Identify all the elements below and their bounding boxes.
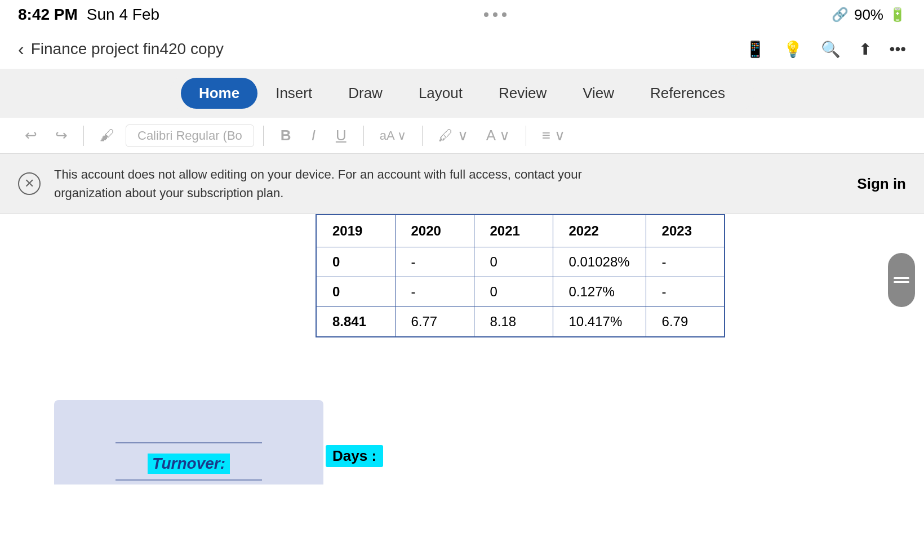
toolbar-separator-1 [83, 126, 84, 146]
share-icon[interactable]: ⬆ [859, 40, 872, 59]
table-row: 0 - 0 0.01028% - [316, 247, 725, 277]
back-button[interactable]: ‹ [18, 39, 24, 60]
tab-bar-wrapper: Home Insert Draw Layout Review View Refe… [0, 69, 924, 118]
search-icon[interactable]: 🔍 [821, 40, 841, 59]
tab-view[interactable]: View [565, 78, 632, 109]
notif-left: ✕ This account does not allow editing on… [18, 165, 582, 202]
highlight-button[interactable]: 🖊 ∨ [432, 122, 474, 149]
cell-r1-c1: 0 [316, 247, 395, 277]
underline-1 [115, 442, 262, 443]
redo-button[interactable]: ↪ [48, 122, 74, 149]
notification-banner: ✕ This account does not allow editing on… [0, 154, 924, 214]
notif-text: This account does not allow editing on y… [54, 165, 582, 202]
underline-2 [115, 479, 262, 481]
turnover-label: Turnover: [148, 454, 230, 474]
cell-r1-c5: - [646, 247, 725, 277]
scrollbar-handle[interactable] [888, 253, 915, 307]
bold-button[interactable]: B [273, 123, 299, 148]
more-icon[interactable]: ••• [890, 40, 906, 58]
cell-r2-c3: 0 [474, 277, 553, 307]
cell-r2-c1: 0 [316, 277, 395, 307]
title-bar: ‹ Finance project fin420 copy 📱 💡 🔍 ⬆ ••… [0, 29, 924, 69]
cell-r1-c3: 0 [474, 247, 553, 277]
notif-close-button[interactable]: ✕ [18, 172, 41, 195]
table-row: 0 - 0 0.127% - [316, 277, 725, 307]
col-header-2020: 2020 [395, 215, 474, 247]
battery-icon: 🔋 [889, 7, 906, 23]
cell-r2-c5: - [646, 277, 725, 307]
tab-review[interactable]: Review [481, 78, 565, 109]
tab-references[interactable]: References [632, 78, 743, 109]
scrollbar-line-2 [894, 281, 909, 283]
tab-layout[interactable]: Layout [401, 78, 481, 109]
status-time: 8:42 PM [18, 6, 78, 24]
col-header-2019: 2019 [316, 215, 395, 247]
cell-r3-c1: 8.841 [316, 307, 395, 337]
status-bar: 8:42 PM Sun 4 Feb 🔗 90% 🔋 [0, 0, 924, 29]
table-row: 8.841 6.77 8.18 10.417% 6.79 [316, 307, 725, 337]
underline-button[interactable]: U [328, 123, 354, 148]
status-date: Sun 4 Feb [87, 6, 159, 24]
format-painter-icon[interactable]: 🖌 [93, 122, 121, 149]
col-header-2021: 2021 [474, 215, 553, 247]
tab-insert[interactable]: Insert [257, 78, 330, 109]
data-table: 2019 2020 2021 2022 2023 0 - 0 0.01028% … [316, 214, 725, 337]
font-name-display[interactable]: Calibri Regular (Bo [126, 125, 254, 147]
col-header-2023: 2023 [646, 215, 725, 247]
cell-r2-c2: - [395, 277, 474, 307]
toolbar-separator-2 [263, 126, 264, 146]
tab-bar: Home Insert Draw Layout Review View Refe… [170, 74, 754, 112]
tab-draw[interactable]: Draw [330, 78, 401, 109]
title-right: 📱 💡 🔍 ⬆ ••• [745, 40, 906, 59]
toolbar: ↩ ↪ 🖌 Calibri Regular (Bo B I U aA ∨ 🖊 ∨… [0, 118, 924, 154]
cell-r1-c2: - [395, 247, 474, 277]
status-center [484, 12, 507, 17]
col-header-2022: 2022 [553, 215, 646, 247]
title-left: ‹ Finance project fin420 copy [18, 39, 224, 60]
device-icon[interactable]: 📱 [745, 40, 765, 59]
list-button[interactable]: ≡ ∨ [535, 122, 572, 149]
cell-r3-c4: 10.417% [553, 307, 646, 337]
status-right: 🔗 90% 🔋 [832, 6, 906, 24]
dot-1 [484, 12, 488, 17]
cell-r1-c4: 0.01028% [553, 247, 646, 277]
cell-r3-c2: 6.77 [395, 307, 474, 337]
undo-button[interactable]: ↩ [18, 122, 44, 149]
days-label: Days : [326, 445, 383, 467]
tab-home[interactable]: Home [181, 78, 257, 109]
toolbar-separator-4 [422, 126, 423, 146]
battery-percent: 90% [854, 6, 883, 24]
link-icon: 🔗 [832, 7, 849, 23]
toolbar-separator-5 [526, 126, 526, 146]
dot-2 [493, 12, 497, 17]
highlighted-box: Turnover: [54, 400, 323, 485]
font-size-button[interactable]: aA ∨ [373, 124, 414, 148]
dot-3 [502, 12, 507, 17]
cell-r3-c3: 8.18 [474, 307, 553, 337]
italic-button[interactable]: I [304, 123, 323, 148]
doc-title: Finance project fin420 copy [31, 40, 224, 58]
cell-r2-c4: 0.127% [553, 277, 646, 307]
doc-content: 2019 2020 2021 2022 2023 0 - 0 0.01028% … [0, 214, 924, 485]
text-color-button[interactable]: A ∨ [479, 122, 517, 149]
status-left: 8:42 PM Sun 4 Feb [18, 6, 159, 24]
toolbar-separator-3 [363, 126, 364, 146]
lightbulb-icon[interactable]: 💡 [783, 40, 803, 59]
sign-in-button[interactable]: Sign in [857, 175, 906, 193]
scrollbar-line-1 [894, 277, 909, 279]
cell-r3-c5: 6.79 [646, 307, 725, 337]
